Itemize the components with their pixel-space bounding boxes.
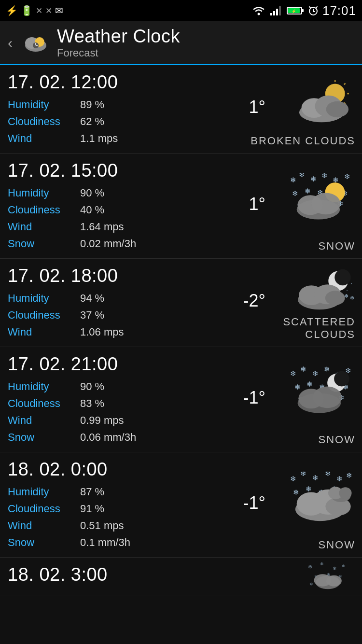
svg-text:❄: ❄ <box>312 369 319 378</box>
stat-label: Snow <box>8 534 80 550</box>
status-time: 17:01 <box>322 3 356 18</box>
status-left-icons: ⚡ 🔋 ✕ ✕ ✉ <box>6 5 63 16</box>
svg-rect-2 <box>273 11 275 15</box>
weather-icon-area: ❄❄ ❄❄ ❄❄ ❄❄ ❄❄ ❄ ❄❄ ❄❄ <box>288 158 355 240</box>
svg-point-28 <box>326 101 348 117</box>
app-logo-icon <box>21 28 50 57</box>
svg-text:❄: ❄ <box>342 564 345 568</box>
temperature: -1° <box>243 387 265 407</box>
back-button[interactable]: ‹ <box>8 35 13 51</box>
svg-text:❄: ❄ <box>308 564 312 570</box>
stat-label: Cloudiness <box>8 113 80 129</box>
weather-icon-area: ❄❄ ❄❄ ❄❄ ❄❄ ❄❄ ❄ ❄❄ ❄❄ <box>288 457 355 539</box>
condition-label: SNOW <box>319 539 355 551</box>
svg-text:❄: ❄ <box>309 582 313 587</box>
app-subtitle: Forecast <box>57 47 180 59</box>
stat-value: 0.99 mps <box>80 412 124 428</box>
svg-text:❄: ❄ <box>290 369 296 378</box>
svg-line-13 <box>316 7 317 8</box>
svg-text:❄: ❄ <box>350 294 354 300</box>
email-icon: ✉ <box>55 5 63 16</box>
forecast-item: 17. 02. 21:00 Humidity 90 % Cloudiness 8… <box>0 347 362 452</box>
stat-value: 1.64 mps <box>80 219 124 235</box>
svg-text:❄: ❄ <box>300 366 306 373</box>
svg-text:❄: ❄ <box>294 383 301 391</box>
svg-text:·: · <box>346 287 348 293</box>
weather-icon-area: ❄❄ ❄❄ ❄❄ ❄❄ ❄❄ ❄ ❄❄ ❄❄ <box>288 352 355 434</box>
stat-label: Cloudiness <box>8 395 80 411</box>
battery-icon: ⚡ <box>287 5 304 16</box>
signal-icon <box>269 5 283 16</box>
signal-x1-icon: ✕ <box>36 6 42 16</box>
svg-text:❄: ❄ <box>306 380 313 388</box>
forecast-list: 17. 02. 12:00 Humidity 89 % Cloudiness 6… <box>0 65 362 558</box>
svg-rect-1 <box>270 13 272 15</box>
svg-text:❄: ❄ <box>293 488 299 496</box>
condition-label: SNOW <box>319 434 355 446</box>
weather-icon-area: · · ❄ ❄ <box>292 264 355 316</box>
stat-label: Cloudiness <box>8 307 80 323</box>
svg-text:❄: ❄ <box>310 175 317 183</box>
svg-text:⚡: ⚡ <box>292 9 296 14</box>
stat-label: Cloudiness <box>8 202 80 218</box>
stat-value: 89 % <box>80 97 104 112</box>
svg-text:❄: ❄ <box>290 176 296 184</box>
stat-value: 0.1 mm/3h <box>80 534 130 550</box>
svg-text:❄: ❄ <box>324 366 330 373</box>
status-bar: ⚡ 🔋 ✕ ✕ ✉ ⚡ <box>0 0 362 21</box>
usb-icon: ⚡ <box>6 5 18 16</box>
alarm-icon <box>308 5 319 16</box>
svg-text:❄: ❄ <box>299 173 305 179</box>
stat-value: 87 % <box>80 484 104 500</box>
svg-point-74 <box>334 371 349 386</box>
forecast-item: 18. 02. 0:00 Humidity 87 % Cloudiness 91… <box>0 452 362 558</box>
stat-label: Humidity <box>8 290 80 306</box>
svg-point-112 <box>326 575 342 587</box>
weather-icon-area <box>292 70 355 135</box>
svg-point-99 <box>339 487 351 499</box>
stat-value: 83 % <box>80 395 104 411</box>
app-title: Weather Clock <box>57 26 180 47</box>
stat-label: Snow <box>8 236 80 252</box>
stat-label: Wind <box>8 219 80 235</box>
svg-text:❄: ❄ <box>325 472 331 477</box>
header-texts: Weather Clock Forecast <box>57 26 180 59</box>
forecast-item-partial: 18. 02. 3:00 ❄ ❄ ❄ ❄ ❄ ❄ ❄ ❄ ❄ ❄ <box>0 558 362 596</box>
stat-label: Snow <box>8 429 80 445</box>
stat-label: Humidity <box>8 185 80 201</box>
svg-text:❄: ❄ <box>292 189 298 197</box>
stat-value: 0.06 mm/3h <box>80 429 136 445</box>
stat-value: 1.1 mps <box>80 130 118 146</box>
stat-value: 40 % <box>80 202 104 218</box>
signal-x2-icon: ✕ <box>45 6 52 16</box>
condition-label: SNOW <box>319 240 355 252</box>
svg-text:❄: ❄ <box>336 475 343 483</box>
temperature: -1° <box>243 492 265 513</box>
svg-text:❄: ❄ <box>333 566 336 571</box>
condition-label: SCATTERED CLOUDS <box>237 316 355 341</box>
svg-text:❄: ❄ <box>320 562 324 566</box>
forecast-item: 17. 02. 18:00 Humidity 94 % Cloudiness 3… <box>0 259 362 347</box>
temperature: 1° <box>249 194 265 214</box>
wifi-icon <box>252 5 265 16</box>
stat-label: Humidity <box>8 484 80 500</box>
forecast-item: 17. 02. 15:00 Humidity 90 % Cloudiness 4… <box>0 154 362 259</box>
svg-text:❄: ❄ <box>346 472 352 479</box>
svg-text:❄: ❄ <box>306 484 312 492</box>
status-right-icons: ⚡ 17:01 <box>252 3 356 18</box>
svg-text:❄: ❄ <box>300 472 306 477</box>
stat-value: 1.06 mps <box>80 324 124 340</box>
stat-label: Cloudiness <box>8 501 80 517</box>
stat-value: 37 % <box>80 307 104 323</box>
stat-label: Wind <box>8 518 80 533</box>
stat-value: 91 % <box>80 501 104 517</box>
svg-text:❄: ❄ <box>290 475 296 483</box>
svg-line-12 <box>309 7 310 8</box>
stat-value: 90 % <box>80 378 104 394</box>
svg-text:❄: ❄ <box>321 173 328 180</box>
svg-rect-6 <box>302 9 304 12</box>
stat-value: 0.02 mm/3h <box>80 236 136 252</box>
svg-text:❄: ❄ <box>344 173 350 181</box>
temperature: 1° <box>249 97 265 117</box>
stat-value: 90 % <box>80 185 104 201</box>
